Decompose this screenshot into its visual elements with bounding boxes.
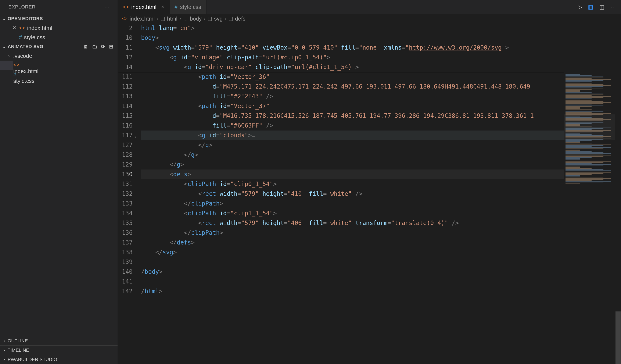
tab-label: style.css: [180, 4, 201, 10]
minimap[interactable]: [564, 72, 615, 364]
project-header[interactable]: ⌄ ANIMATED-SVG 🗎 🗀 ⟳ ⊟: [0, 42, 118, 51]
split-editor-icon[interactable]: ◫: [599, 4, 604, 10]
folder-name: .vscode: [13, 53, 32, 59]
css-file-icon: #: [13, 72, 16, 77]
editor-main: <> index.html ✕ # style.css ▷ ▥ ◫ ⋯ <> i…: [118, 0, 621, 364]
breadcrumb-item[interactable]: defs: [235, 16, 245, 22]
html-file-icon: <>: [122, 16, 127, 21]
vertical-scrollbar[interactable]: [615, 72, 621, 364]
breadcrumb-item[interactable]: body: [190, 16, 202, 22]
code-editor[interactable]: 1111121131141151161171271281291301311321…: [118, 72, 621, 364]
file-item-index[interactable]: <> index.html: [0, 61, 13, 70]
outline-label: OUTLINE: [8, 338, 116, 344]
chevron-right-icon: ›: [2, 347, 7, 353]
breadcrumb-item[interactable]: html: [167, 16, 177, 22]
chevron-right-icon: ›: [2, 338, 7, 344]
css-file-icon: #: [19, 34, 22, 40]
breadcrumb-item[interactable]: svg: [214, 16, 223, 22]
close-icon[interactable]: ✕: [12, 25, 17, 31]
editor-actions: ▷ ▥ ◫ ⋯: [573, 0, 621, 14]
open-editors-header[interactable]: ⌄ OPEN EDITORS: [0, 14, 118, 23]
timeline-label: TIMELINE: [8, 347, 116, 353]
explorer-sidebar: EXPLORER ⋯ ⌄ OPEN EDITORS ✕ <> index.htm…: [0, 0, 118, 364]
symbol-icon: ⬚: [160, 16, 165, 21]
chevron-right-icon: ›: [204, 16, 205, 21]
symbol-icon: ⬚: [183, 16, 188, 21]
editor-tabs: <> index.html ✕ # style.css ▷ ▥ ◫ ⋯: [118, 0, 621, 14]
code-content[interactable]: <path id="Vector_36" d="M475.171 224.242…: [141, 72, 621, 364]
tab-index-html[interactable]: <> index.html ✕: [118, 0, 170, 14]
chevron-down-icon: ⌄: [2, 16, 7, 21]
open-editors-label: OPEN EDITORS: [8, 16, 116, 21]
fold-chevron-icon[interactable]: ›: [134, 132, 137, 142]
chevron-right-icon: ›: [157, 16, 158, 21]
symbol-icon: ⬚: [228, 16, 233, 21]
run-icon[interactable]: ▷: [578, 4, 582, 10]
pwabuilder-label: PWABUILDER STUDIO: [8, 357, 116, 362]
html-file-icon: <>: [19, 25, 25, 31]
breadcrumb-item[interactable]: index.html: [130, 16, 155, 22]
line-number-gutter: 1111121131141151161171271281291301311321…: [118, 72, 141, 364]
css-file-icon: #: [175, 4, 177, 10]
open-editor-item[interactable]: # style.css: [0, 33, 118, 42]
file-name: index.html: [13, 68, 38, 74]
compare-icon[interactable]: ▥: [588, 4, 593, 10]
new-file-icon[interactable]: 🗎: [83, 44, 88, 50]
file-item-style[interactable]: # style.css: [0, 70, 13, 80]
close-icon[interactable]: ✕: [161, 4, 164, 10]
file-name: index.html: [27, 25, 52, 31]
more-actions-icon[interactable]: ⋯: [100, 4, 114, 10]
open-editor-item[interactable]: ✕ <> index.html: [0, 23, 118, 33]
minimap-viewport[interactable]: [564, 114, 615, 140]
sticky-scroll[interactable]: 2html lang="en">10body>11 <svg width="57…: [118, 23, 621, 72]
chevron-right-icon: ›: [6, 54, 11, 58]
breadcrumbs[interactable]: <> index.html › ⬚ html › ⬚ body › ⬚ svg …: [118, 14, 621, 23]
project-actions: 🗎 🗀 ⟳ ⊟: [83, 44, 116, 50]
outline-header[interactable]: › OUTLINE: [0, 336, 118, 345]
tab-style-css[interactable]: # style.css: [170, 0, 207, 14]
project-label: ANIMATED-SVG: [8, 44, 83, 49]
html-file-icon: <>: [123, 4, 129, 10]
symbol-icon: ⬚: [207, 16, 212, 21]
more-actions-icon[interactable]: ⋯: [610, 4, 616, 10]
explorer-header: EXPLORER ⋯: [0, 0, 118, 14]
scroll-thumb[interactable]: [616, 312, 621, 364]
new-folder-icon[interactable]: 🗀: [92, 44, 97, 50]
refresh-icon[interactable]: ⟳: [101, 44, 105, 50]
collapse-all-icon[interactable]: ⊟: [109, 44, 113, 50]
pwabuilder-header[interactable]: › PWABUILDER STUDIO: [0, 355, 118, 364]
html-file-icon: <>: [13, 62, 19, 68]
folder-item-vscode[interactable]: › .vscode: [0, 51, 118, 61]
chevron-right-icon: ›: [225, 16, 226, 21]
file-name: style.css: [24, 34, 45, 41]
timeline-header[interactable]: › TIMELINE: [0, 345, 118, 355]
chevron-down-icon: ⌄: [2, 44, 7, 49]
chevron-right-icon: ›: [180, 16, 181, 21]
chevron-right-icon: ›: [2, 357, 7, 362]
tab-label: index.html: [131, 4, 156, 10]
explorer-title: EXPLORER: [8, 4, 35, 10]
